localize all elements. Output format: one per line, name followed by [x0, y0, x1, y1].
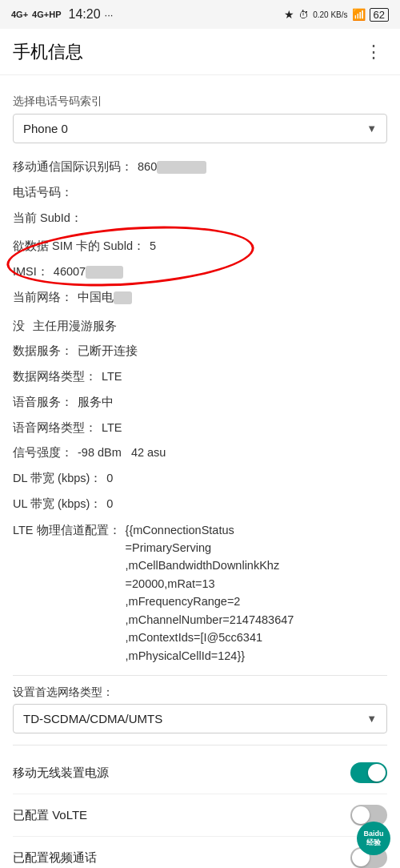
imei-value: 860	[138, 159, 206, 176]
network-type-label: 设置首选网络类型：	[13, 685, 387, 700]
data-speed: 0.20 KB/s	[313, 10, 347, 19]
battery-icon: 62	[370, 8, 389, 22]
phone-selector-value: Phone 0	[23, 122, 68, 135]
alarm-icon: ⏱	[298, 9, 309, 21]
data-service-value: 已断开连接	[78, 343, 138, 360]
network-type-right: 4G+HP	[32, 10, 61, 19]
section-divider-1	[13, 675, 387, 676]
info-row-subid-current: 当前 SubId：	[13, 206, 387, 231]
info-row-phone: 电话号码：	[13, 180, 387, 206]
info-row-data-network: 数据网络类型： LTE	[13, 364, 387, 390]
page-title: 手机信息	[13, 40, 360, 64]
status-left: 4G+ 4G+HP 14:20 ···	[11, 7, 113, 22]
data-network-label: 数据网络类型：	[13, 368, 97, 386]
network-type-value: TD-SCDMA/CDMA/UMTS	[23, 712, 162, 725]
info-row-data-service: 数据服务： 已断开连接	[13, 339, 387, 364]
roam-value: 主任用漫游服务	[33, 318, 117, 336]
network-type-dropdown[interactable]: TD-SCDMA/CDMA/UMTS ▼	[13, 704, 387, 733]
highlighted-section: 欲数据 SIM 卡的 Subld： 5 IMSI： 46007 当前网络： 中国…	[13, 232, 387, 311]
bluetooth-icon: ★	[284, 8, 294, 21]
voice-network-label: 语音网络类型：	[13, 420, 97, 437]
status-bar: 4G+ 4G+HP 14:20 ··· ★ ⏱ 0.20 KB/s 📶 62	[0, 0, 400, 29]
toggle-list: 移动无线装置电源已配置 VoLTE已配置视频通话已配置 WLAN 通话已配置 E…	[13, 752, 387, 868]
imsi-label: IMSI：	[13, 263, 49, 281]
network-dropdown-arrow-icon: ▼	[366, 713, 377, 725]
roam-label: 没	[13, 318, 28, 336]
voice-network-value: LTE	[102, 420, 122, 437]
toggle-knob-1	[352, 806, 370, 824]
toggle-label-1: 已配置 VoLTE	[13, 808, 87, 823]
wifi-icon: 📶	[352, 8, 366, 21]
info-row-dl: DL 带宽 (kbps)： 0	[13, 466, 387, 492]
toggle-switch-0[interactable]	[350, 762, 387, 783]
dl-value: 0	[106, 470, 113, 488]
toggle-row-1[interactable]: 已配置 VoLTE	[13, 794, 387, 837]
more-options-button[interactable]: ⋮	[360, 37, 387, 67]
toggle-label-0: 移动无线装置电源	[13, 766, 109, 781]
baidu-label: Baidu经验	[363, 830, 383, 847]
data-subid-label: 欲数据 SIM 卡的 Subld：	[13, 238, 145, 255]
imei-blur	[157, 161, 206, 174]
section-divider-2	[13, 745, 387, 745]
status-right: ★ ⏱ 0.20 KB/s 📶 62	[284, 8, 389, 22]
phone-selector-label: 选择电话号码索引	[13, 94, 387, 109]
app-bar: 手机信息 ⋮	[0, 29, 400, 75]
subid-current-label: 当前 SubId：	[13, 210, 82, 227]
info-row-roam: 没 主任用漫游服务	[13, 314, 387, 340]
network-type-left: 4G+	[11, 10, 28, 19]
baidu-watermark: Baidu经验	[357, 822, 390, 855]
signal-value: -98 dBm 42 asu	[78, 444, 166, 462]
info-row-lte-config: LTE 物理信道配置： {{mConnectionStatus =Primary…	[13, 517, 387, 669]
ellipsis: ···	[105, 9, 114, 21]
ul-label: UL 带宽 (kbps)：	[13, 496, 102, 513]
info-row-voice-network: 语音网络类型： LTE	[13, 416, 387, 441]
lte-config-value: {{mConnectionStatus =PrimaryServing ,mCe…	[126, 521, 294, 665]
info-row-network: 当前网络： 中国电	[13, 285, 387, 311]
content-area: 选择电话号码索引 Phone 0 ▼ 移动通信国际识别码： 860 电话号码： …	[0, 75, 400, 868]
data-network-value: LTE	[102, 368, 122, 386]
info-row-signal: 信号强度： -98 dBm 42 asu	[13, 440, 387, 466]
data-service-label: 数据服务：	[13, 343, 73, 360]
lte-config-label: LTE 物理信道配置：	[13, 521, 121, 539]
network-label: 当前网络：	[13, 289, 73, 307]
voice-service-value: 服务中	[78, 394, 114, 412]
phone-label: 电话号码：	[13, 184, 73, 202]
data-subid-value: 5	[150, 238, 156, 255]
info-row-data-subid: 欲数据 SIM 卡的 Subld： 5	[13, 234, 387, 259]
network-value: 中国电	[78, 289, 132, 307]
imsi-blur	[86, 266, 123, 279]
signal-label: 信号强度：	[13, 444, 73, 462]
phone-selector-dropdown[interactable]: Phone 0 ▼	[13, 114, 387, 143]
info-row-voice-service: 语音服务： 服务中	[13, 390, 387, 416]
ul-value: 0	[106, 496, 113, 513]
imei-label: 移动通信国际识别码：	[13, 159, 133, 176]
info-row-imsi: IMSI： 46007	[13, 259, 387, 285]
time-display: 14:20	[69, 7, 101, 22]
toggle-row-2[interactable]: 已配置视频通话	[13, 837, 387, 868]
info-row-ul: UL 带宽 (kbps)： 0	[13, 492, 387, 517]
voice-service-label: 语音服务：	[13, 394, 73, 412]
network-blur	[114, 291, 132, 304]
toggle-knob-0	[368, 764, 386, 782]
dl-label: DL 带宽 (kbps)：	[13, 470, 102, 488]
dropdown-arrow-icon: ▼	[366, 123, 377, 135]
toggle-row-0[interactable]: 移动无线装置电源	[13, 752, 387, 794]
toggle-label-2: 已配置视频通话	[13, 850, 97, 866]
info-row-imei: 移动通信国际识别码： 860	[13, 155, 387, 180]
imsi-value: 46007	[54, 263, 123, 281]
